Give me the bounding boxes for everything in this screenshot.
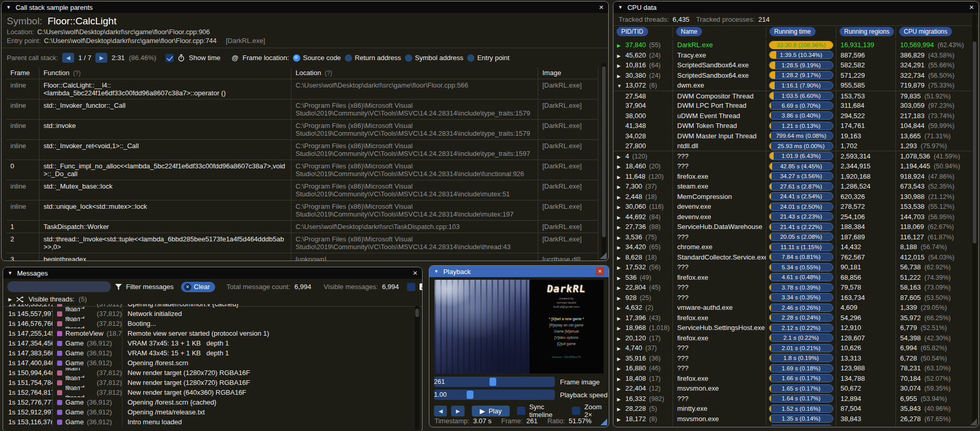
cpu-table-row[interactable]: 27,548DWM Compositor Thread1:03.5 (6.60%… [613, 91, 971, 101]
messages-titlebar[interactable]: ▼ Messages × [3, 267, 422, 279]
pid-cell[interactable]: ▶4(120) [613, 151, 673, 162]
collapse-arrow-icon[interactable]: ▼ [617, 81, 625, 91]
col-header-running-regions[interactable]: Running regions [839, 27, 894, 36]
cpu-table-row[interactable]: ▶3,536(75)???20.05 s (2.08%)187,689116,1… [613, 232, 971, 242]
pid-cell[interactable]: ▶18,460(20) [613, 161, 673, 171]
expand-arrow-icon[interactable]: ▶ [617, 384, 625, 394]
pid-cell[interactable]: ▶16,332(982) [613, 394, 673, 404]
col-header-frame[interactable]: Frame [6, 67, 39, 79]
callstack-table-row[interactable]: inlinestd::invokeC:\Program Files (x86)\… [6, 120, 598, 140]
pid-cell[interactable]: ▶ [613, 424, 673, 426]
pid-cell[interactable]: ▶928(25) [613, 293, 673, 303]
collapse-icon[interactable]: ▼ [8, 270, 12, 276]
pid-cell[interactable]: ▶34,420(65) [613, 242, 673, 252]
close-icon[interactable]: × [596, 267, 604, 276]
pid-cell[interactable]: ▶20,120(17) [613, 333, 673, 343]
cpu-table-row[interactable]: ▶928(25)???3.34 s (0.35%)163,73487,605(5… [613, 293, 971, 303]
pid-cell[interactable]: ▶7,300(37) [613, 181, 673, 192]
expand-arrow-icon[interactable]: ▶ [617, 314, 625, 323]
cpu-table-row[interactable]: ▶18,968(1,018)ServiceHub.SettingsHost.ex… [613, 323, 971, 333]
pid-cell[interactable]: ▶536(49) [613, 272, 673, 283]
cpu-table-row[interactable]: ▶28,228(5)mintty.exe1.52 s (0.16%)87,504… [613, 404, 971, 414]
next-callstack-button[interactable]: ▶ [95, 53, 107, 63]
cpu-table-row[interactable]: ▶27,736(88)ServiceHub.DataWarehouse21.41… [613, 222, 971, 232]
cpu-table-row[interactable]: ▶17,532(56)???5.34 s (0.55%)90,18156,738… [613, 262, 971, 272]
radio-symbol-address-label[interactable]: Symbol address [415, 54, 463, 62]
message-row[interactable]: 1s 152,776,777nsGame(36,912)Opening /for… [3, 397, 415, 407]
cpu-table-row[interactable]: ▶35,916(36)???1.8 s (0.19%)13,3136,728(5… [613, 353, 971, 364]
pid-cell[interactable]: ▶45,620(24) [613, 50, 673, 61]
play-button[interactable]: ▶Play [472, 406, 510, 416]
filter-input[interactable] [7, 281, 111, 292]
expand-arrow-icon[interactable]: ▶ [617, 263, 625, 272]
pid-cell[interactable]: ▶30,380(24) [613, 70, 673, 81]
pid-cell[interactable]: 27,548 [613, 91, 673, 101]
pid-cell[interactable]: ▶44,692(84) [613, 212, 673, 222]
cpu-table-row[interactable]: ▶34,420(65)chrome.exe11.11 s (1.15%)14,4… [613, 242, 971, 252]
expand-arrow-icon[interactable]: ▶ [617, 274, 625, 283]
message-row[interactable]: 1s 147,383,566nsGame(36,912)VRAM 43x45: … [3, 348, 415, 358]
pid-cell[interactable]: ▶30,060(116) [613, 202, 673, 212]
pid-cell[interactable]: 34,028 [613, 131, 673, 141]
message-row[interactable]: 1s 146,576,766nsMain thread(37,812)Booti… [3, 319, 415, 328]
collapse-icon[interactable]: ▼ [434, 269, 439, 274]
pid-cell[interactable]: ▶22,404(12) [613, 383, 673, 394]
callstack-table-row[interactable]: inlinestd::_Invoker_functor::_CallC:\Pro… [6, 99, 598, 120]
expand-arrow-icon[interactable]: ▶ [617, 415, 625, 424]
zoom-2x-checkbox[interactable] [572, 407, 580, 415]
expand-arrow-icon[interactable]: ▶ [617, 253, 625, 263]
radio-entry-point[interactable] [467, 54, 474, 62]
sync-timeline-label[interactable]: Sync timeline [529, 403, 566, 419]
expand-arrow-icon[interactable]: ▶ [617, 375, 625, 384]
expand-arrow-icon[interactable]: ▶ [617, 405, 625, 414]
radio-return-address-label[interactable]: Return address [355, 54, 401, 62]
message-row[interactable]: 1s 147,400,846nsGame(36,912)Opening /for… [3, 358, 415, 368]
cpu-table-row[interactable]: 27,800ntdll.dll25.93 ms (0.00%)1,7021,29… [613, 141, 971, 151]
message-row[interactable]: 1s 150,994,64nsMain thread(37,812)New re… [3, 368, 415, 378]
radio-source-code[interactable] [293, 54, 300, 62]
callstack-scrollbar[interactable] [601, 63, 606, 258]
cpu-table-row[interactable]: ▶8,628(18)StandardCollector.Service.exe7… [613, 252, 971, 263]
expand-arrow-icon[interactable]: ▶ [617, 354, 625, 364]
cpu-table-row[interactable]: ▶536(49)firefox.exe4.61 s (0.48%)68,8565… [613, 272, 971, 283]
expand-arrow-icon[interactable]: ▶ [617, 233, 625, 242]
radio-return-address[interactable] [345, 54, 352, 62]
pid-cell[interactable]: ▶28,228(5) [613, 404, 673, 414]
message-row[interactable]: 1s 151,754,784nsMain thread(37,812)New r… [3, 378, 415, 387]
pid-cell[interactable]: ▶37,840(55) [613, 40, 673, 50]
callstack-table-row[interactable]: inlinestd::unique_lock<std::mutex>::lock… [6, 200, 598, 221]
expand-arrow-icon[interactable]: ▶ [617, 203, 625, 212]
col-header-cpu-migrations[interactable]: CPU migrations [899, 27, 952, 36]
expand-arrow-icon[interactable]: ▶ [617, 324, 625, 333]
show-time-checkbox[interactable] [165, 54, 174, 62]
pid-cell[interactable]: 37,904 [613, 100, 673, 111]
show-time-label[interactable]: Show time [189, 54, 220, 62]
pid-cell[interactable]: ▶4,632(2) [613, 303, 673, 313]
callstack-table-row[interactable]: 0std::_Func_impl_no_alloc<<lambda_5bc224… [6, 160, 598, 180]
cpu-table-row[interactable]: ▶18,460(20)???42.85 s (4.45%)2,344,9151,… [613, 161, 971, 171]
callstack-table-row[interactable]: inlinestd::_Invoker_ret<void,1>::_CallC:… [6, 140, 598, 160]
pid-cell[interactable]: 38,000 [613, 111, 673, 121]
cpu-table-row[interactable]: ▶ [613, 424, 971, 426]
message-row[interactable]: 1s 120,335,272nsMain thread(37,812)Openi… [3, 304, 415, 309]
callstack-titlebar[interactable]: ▼ Call stack sample parents × [2, 2, 608, 13]
expand-arrow-icon[interactable]: ▶ [617, 213, 625, 222]
expand-arrow-icon[interactable]: ▶ [617, 173, 625, 182]
pid-cell[interactable]: ▶3,536(75) [613, 232, 673, 242]
col-header-function[interactable]: Function(?) [39, 67, 291, 79]
next-frame-button[interactable]: ▶ [451, 406, 464, 416]
callstack-table-row[interactable]: 1TaskDispatch::WorkerC:\Users\wolf\Deskt… [6, 221, 598, 233]
message-row[interactable]: 1s 152,912,997nsGame(36,912)Opening /met… [3, 407, 415, 417]
message-row[interactable]: 1s 153,116,37nsGame(36,912)Intro menu lo… [3, 417, 415, 427]
callstack-table-row[interactable]: inlinestd::_Mutex_base::lockC:\Program F… [6, 180, 598, 200]
clear-button[interactable]: ✕Clear [181, 282, 215, 292]
pid-cell[interactable]: ▶18,408(17) [613, 373, 673, 384]
slider-grab[interactable] [489, 378, 496, 386]
cpu-table-row[interactable]: ▶30,380(24)ScriptedSandbox64.exe1:28.2 (… [613, 70, 971, 81]
close-icon[interactable]: × [599, 4, 604, 11]
slider-grab[interactable] [467, 391, 473, 399]
resize-grip[interactable] [600, 252, 607, 259]
col-header-name[interactable]: Name [676, 27, 702, 36]
expand-arrow-icon[interactable]: ▶ [617, 41, 625, 50]
cpu-titlebar[interactable]: ▼ CPU data × [613, 2, 978, 13]
